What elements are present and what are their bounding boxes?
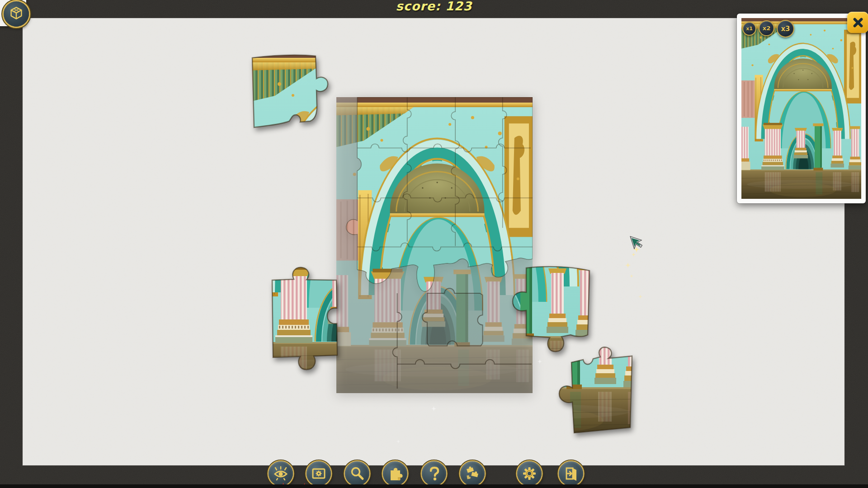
puzzle-piece-icon [386, 465, 404, 483]
assembled-pieces-layer [336, 97, 533, 393]
badge-x1[interactable]: x1 [742, 22, 756, 36]
score-label: score: 123 [396, 0, 472, 13]
box-cube-icon [6, 4, 26, 24]
bottom-strip [0, 484, 868, 488]
puzzle-piece-column-left[interactable] [268, 265, 344, 372]
puzzle-piece-columns-right[interactable] [507, 263, 594, 355]
tool-button-background[interactable] [307, 461, 331, 486]
exit-door-icon [562, 465, 580, 483]
preview-image [741, 18, 861, 199]
puzzle-piece-floor[interactable] [546, 346, 639, 436]
tool-button-exit[interactable] [559, 461, 583, 486]
badge-x3[interactable]: x3 [777, 20, 794, 38]
gear-icon [520, 465, 538, 483]
tool-button-settings[interactable] [517, 461, 542, 486]
puzzle-piece-cornice[interactable] [248, 52, 336, 131]
badge-x2[interactable]: x2 [759, 20, 774, 36]
tool-button-show-edges[interactable] [269, 461, 293, 486]
tool-button-pieces-tray[interactable] [383, 461, 407, 486]
eye-icon [272, 465, 290, 483]
scatter-pieces-icon [463, 465, 481, 483]
menu-button[interactable] [4, 1, 29, 27]
picture-frame-icon [310, 465, 328, 483]
game-stage: score: 123 [0, 0, 868, 488]
close-preview-button[interactable] [847, 12, 868, 33]
tool-button-scatter-pieces[interactable] [460, 461, 485, 486]
preview-panel[interactable]: x1 x2 x3 [737, 14, 866, 203]
question-icon [425, 465, 443, 483]
tool-button-magnify[interactable] [345, 461, 369, 486]
close-x-icon [850, 15, 866, 30]
magnifier-icon [348, 465, 366, 483]
zoom-badges: x1 x2 x3 [742, 20, 794, 38]
tool-button-hint[interactable] [422, 461, 446, 486]
puzzle-board[interactable] [336, 97, 533, 393]
